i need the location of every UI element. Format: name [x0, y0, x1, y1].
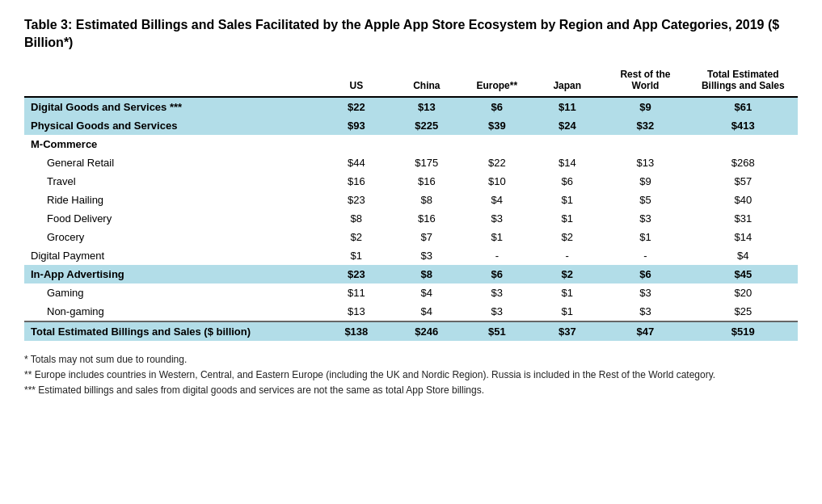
cell-rest-of-world: $32 [602, 116, 688, 135]
cell-rest-of-world: $47 [602, 321, 688, 341]
cell-us: $22 [321, 97, 391, 116]
col-header-us: US [321, 65, 391, 97]
cell-us: $1 [321, 246, 391, 265]
col-header-total: Total Estimated Billings and Sales [689, 65, 798, 97]
cell-total [689, 135, 798, 153]
table-row: Digital Payment$1$3---$4 [24, 246, 798, 265]
row-label: Physical Goods and Services [24, 116, 321, 135]
cell-china: $175 [391, 153, 462, 172]
table-row: Gaming$11$4$3$1$3$20 [24, 284, 798, 302]
cell-total: $61 [689, 97, 798, 116]
table-row: Total Estimated Billings and Sales ($ bi… [24, 321, 798, 341]
cell-europe: $3 [462, 284, 532, 302]
cell-us: $44 [321, 153, 391, 172]
cell-china: $3 [391, 246, 462, 265]
cell-europe: $6 [462, 97, 532, 116]
row-label: Travel [24, 172, 321, 191]
cell-japan: - [532, 246, 602, 265]
table-row: Non-gaming$13$4$3$1$3$25 [24, 302, 798, 321]
cell-rest-of-world: - [602, 246, 688, 265]
row-label: Digital Goods and Services *** [24, 97, 321, 116]
cell-china: $8 [391, 191, 462, 209]
cell-total: $14 [689, 228, 798, 246]
cell-rest-of-world: $6 [602, 265, 688, 284]
cell-china: $7 [391, 228, 462, 246]
cell-japan: $1 [532, 191, 602, 209]
cell-europe: $4 [462, 191, 532, 209]
cell-china: $246 [391, 321, 462, 341]
cell-europe: $22 [462, 153, 532, 172]
table-row: Ride Hailing$23$8$4$1$5$40 [24, 191, 798, 209]
cell-total: $57 [689, 172, 798, 191]
cell-rest-of-world: $3 [602, 209, 688, 228]
cell-total: $4 [689, 246, 798, 265]
cell-europe: $3 [462, 209, 532, 228]
cell-china [391, 135, 462, 153]
cell-europe: $6 [462, 265, 532, 284]
row-label: Food Delivery [24, 209, 321, 228]
cell-us: $11 [321, 284, 391, 302]
cell-total: $40 [689, 191, 798, 209]
row-label: M-Commerce [24, 135, 321, 153]
footnotes-section: * Totals may not sum due to rounding.** … [24, 352, 798, 399]
cell-japan [532, 135, 602, 153]
cell-europe: $3 [462, 302, 532, 321]
col-header-rest-of-world: Rest of the World [602, 65, 688, 97]
cell-europe: $10 [462, 172, 532, 191]
cell-japan: $2 [532, 265, 602, 284]
cell-japan: $1 [532, 284, 602, 302]
row-label: Ride Hailing [24, 191, 321, 209]
cell-rest-of-world: $13 [602, 153, 688, 172]
table-body: Digital Goods and Services ***$22$13$6$1… [24, 97, 798, 341]
cell-total: $268 [689, 153, 798, 172]
cell-japan: $1 [532, 302, 602, 321]
cell-europe [462, 135, 532, 153]
table-row: General Retail$44$175$22$14$13$268 [24, 153, 798, 172]
table-header-row: US China Europe** Japan Rest of the Worl… [24, 65, 798, 97]
row-label: General Retail [24, 153, 321, 172]
row-label: Digital Payment [24, 246, 321, 265]
cell-us: $8 [321, 209, 391, 228]
cell-us: $23 [321, 191, 391, 209]
cell-us [321, 135, 391, 153]
footnote: * Totals may not sum due to rounding. [24, 352, 798, 368]
cell-china: $225 [391, 116, 462, 135]
cell-japan: $2 [532, 228, 602, 246]
cell-china: $16 [391, 209, 462, 228]
cell-us: $2 [321, 228, 391, 246]
col-header-europe: Europe** [462, 65, 532, 97]
cell-china: $13 [391, 97, 462, 116]
cell-europe: - [462, 246, 532, 265]
cell-china: $8 [391, 265, 462, 284]
cell-total: $25 [689, 302, 798, 321]
table-title: Table 3: Estimated Billings and Sales Fa… [24, 16, 798, 52]
cell-rest-of-world [602, 135, 688, 153]
cell-japan: $6 [532, 172, 602, 191]
cell-us: $138 [321, 321, 391, 341]
table-row: Food Delivery$8$16$3$1$3$31 [24, 209, 798, 228]
cell-total: $20 [689, 284, 798, 302]
row-label: Grocery [24, 228, 321, 246]
data-table: US China Europe** Japan Rest of the Worl… [24, 65, 798, 341]
table-title-section: Table 3: Estimated Billings and Sales Fa… [24, 16, 798, 52]
cell-total: $519 [689, 321, 798, 341]
cell-japan: $24 [532, 116, 602, 135]
cell-us: $13 [321, 302, 391, 321]
cell-us: $23 [321, 265, 391, 284]
cell-total: $45 [689, 265, 798, 284]
cell-rest-of-world: $3 [602, 302, 688, 321]
table-row: Grocery$2$7$1$2$1$14 [24, 228, 798, 246]
cell-rest-of-world: $5 [602, 191, 688, 209]
cell-china: $4 [391, 284, 462, 302]
cell-japan: $37 [532, 321, 602, 341]
row-label: In-App Advertising [24, 265, 321, 284]
cell-total: $413 [689, 116, 798, 135]
row-label: Non-gaming [24, 302, 321, 321]
table-row: M-Commerce [24, 135, 798, 153]
cell-europe: $39 [462, 116, 532, 135]
col-header-label [24, 65, 321, 97]
table-row: Physical Goods and Services$93$225$39$24… [24, 116, 798, 135]
cell-china: $4 [391, 302, 462, 321]
cell-japan: $14 [532, 153, 602, 172]
cell-total: $31 [689, 209, 798, 228]
